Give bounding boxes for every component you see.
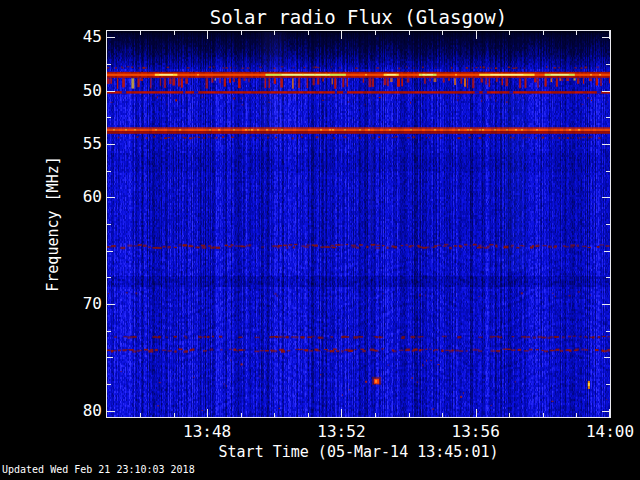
screenshot-root: Solar radio Flux (Glasgow) 455055607080 …: [0, 0, 640, 480]
x-tick-label: 13:56: [444, 424, 508, 440]
y-tick-label: 60: [58, 189, 102, 205]
chart-title: Solar radio Flux (Glasgow): [107, 6, 610, 28]
x-tick-label: 14:00: [578, 424, 640, 440]
y-tick-label: 80: [58, 403, 102, 419]
y-tick-label: 50: [58, 83, 102, 99]
plot-area: [106, 30, 611, 418]
x-tick-label: 13:48: [175, 424, 239, 440]
y-tick-label: 70: [58, 296, 102, 312]
y-axis-title: Frequency [MHz]: [44, 156, 62, 291]
y-tick-label: 55: [58, 136, 102, 152]
y-tick-label: 45: [58, 29, 102, 45]
spectrogram-canvas: [107, 31, 610, 417]
x-axis-title: Start Time (05-Mar-14 13:45:01): [107, 443, 610, 461]
updated-timestamp: Updated Wed Feb 21 23:10:03 2018: [2, 464, 195, 475]
x-tick-label: 13:52: [309, 424, 373, 440]
